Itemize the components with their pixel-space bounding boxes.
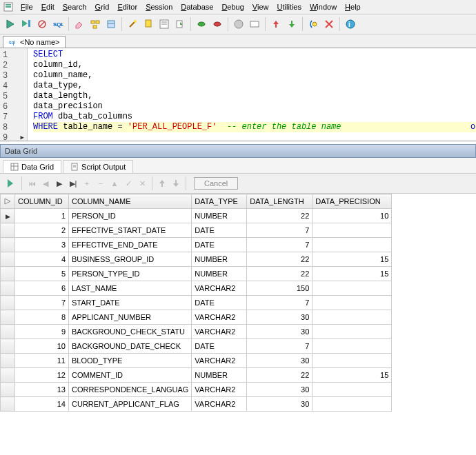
table-row[interactable]: 3EFFECTIVE_END_DATEDATE7 — [1, 238, 392, 252]
table-row[interactable]: 5PERSON_TYPE_IDNUMBER2215 — [1, 267, 392, 281]
code-area[interactable]: SELECTcolumn_id,column_name,data_type,da… — [28, 48, 476, 141]
svg-rect-22 — [250, 21, 259, 27]
svg-text:sql: sql — [9, 40, 15, 46]
tab-script-output[interactable]: Script Output — [63, 160, 133, 173]
table-row[interactable]: 11BLOOD_TYPEVARCHAR230 — [1, 354, 392, 368]
stop-icon[interactable] — [231, 17, 246, 32]
table-row[interactable]: 6LAST_NAMEVARCHAR2150 — [1, 281, 392, 296]
svg-point-13 — [134, 20, 137, 23]
menu-debug[interactable]: Debug — [217, 1, 248, 12]
run-trace-icon[interactable] — [34, 17, 50, 32]
menu-search[interactable]: Search — [59, 1, 91, 12]
svg-point-21 — [235, 20, 243, 28]
svg-point-19 — [198, 22, 205, 26]
menu-help[interactable]: Help — [341, 1, 365, 12]
nav-edit[interactable]: ▲ — [108, 177, 121, 190]
separator — [265, 17, 266, 31]
tune-icon[interactable] — [306, 17, 321, 32]
object-icon[interactable] — [103, 17, 119, 32]
menu-editor[interactable]: Editor — [113, 1, 141, 12]
bookmark-icon[interactable] — [141, 17, 156, 32]
nav-prev[interactable]: ◀ — [39, 177, 52, 190]
save-icon[interactable] — [284, 17, 299, 32]
grid-icon — [10, 163, 19, 171]
load-icon[interactable] — [268, 17, 284, 32]
separator — [302, 17, 303, 31]
grid-toolbar: ⏮ ◀ ▶ ▶| + − ▲ ✓ ✕ Cancel — [0, 174, 476, 194]
export-down-icon[interactable] — [170, 177, 182, 190]
describe-icon[interactable] — [157, 17, 172, 32]
table-row[interactable]: 4BUSINESS_GROUP_IDNUMBER2215 — [1, 252, 392, 267]
cancel-button[interactable]: Cancel — [194, 177, 238, 190]
sql-recall-icon[interactable]: SQL — [50, 17, 66, 32]
corner-cell[interactable] — [1, 194, 15, 209]
menu-utilities[interactable]: Utilities — [272, 1, 305, 12]
nav-post[interactable]: ✓ — [122, 177, 135, 190]
nav-cancel[interactable]: ✕ — [136, 177, 148, 190]
svg-rect-8 — [96, 21, 99, 23]
show-icon[interactable] — [247, 17, 262, 32]
export-icon[interactable] — [172, 17, 188, 32]
svg-rect-14 — [146, 20, 151, 27]
svg-rect-3 — [28, 20, 30, 27]
table-row[interactable]: 10BACKGROUND_DATE_CHECKDATE7 — [1, 339, 392, 354]
col-header-column_id[interactable]: COLUMN_ID — [15, 194, 69, 209]
table-row[interactable]: 14CURRENT_APPLICANT_FLAGVARCHAR230 — [1, 397, 392, 412]
col-header-data_type[interactable]: DATA_TYPE — [192, 194, 247, 209]
tab-data-grid-label: Data Grid — [21, 163, 54, 171]
col-header-column_name[interactable]: COLUMN_NAME — [69, 194, 192, 209]
sql-editor: 123456789▶ SELECTcolumn_id,column_name,d… — [0, 48, 476, 141]
editor-tab[interactable]: sql <No name> — [3, 36, 66, 48]
menu-file[interactable]: File — [17, 1, 37, 12]
table-row[interactable]: 12COMMENT_IDNUMBER2215 — [1, 368, 392, 383]
svg-rect-10 — [108, 21, 115, 28]
separator — [152, 176, 152, 190]
nav-delete[interactable]: − — [95, 177, 107, 190]
table-row[interactable]: ▶1PERSON_IDNUMBER2210 — [1, 209, 392, 223]
wand-icon[interactable] — [125, 17, 140, 32]
separator — [190, 17, 191, 31]
table-row[interactable]: 7START_DATEDATE7 — [1, 296, 392, 310]
export-up-icon[interactable] — [156, 177, 168, 190]
nav-next[interactable]: ▶ — [53, 177, 66, 190]
menu-view[interactable]: View — [248, 1, 273, 12]
table-row[interactable]: 13CORRESPONDENCE_LANGUAGVARCHAR230 — [1, 383, 392, 397]
menu-edit[interactable]: Edit — [37, 1, 59, 12]
table-row[interactable]: 2EFFECTIVE_START_DATEDATE7 — [1, 223, 392, 238]
line-gutter: 123456789▶ — [0, 48, 28, 141]
table-row[interactable]: 8APPLICANT_NUMBERVARCHAR230 — [1, 310, 392, 325]
rollback-icon[interactable] — [210, 17, 225, 32]
execute-script-icon[interactable] — [19, 17, 34, 32]
result-grid[interactable]: COLUMN_IDCOLUMN_NAMEDATA_TYPEDATA_LENGTH… — [0, 194, 476, 455]
svg-point-23 — [313, 22, 317, 26]
menu-window[interactable]: Window — [306, 1, 341, 12]
nav-add[interactable]: + — [81, 177, 93, 190]
col-header-data_length[interactable]: DATA_LENGTH — [247, 194, 313, 209]
col-header-data_precision[interactable]: DATA_PRECISION — [313, 194, 392, 209]
schema-icon[interactable] — [88, 17, 103, 32]
nav-last[interactable]: ▶| — [67, 177, 79, 190]
separator — [21, 176, 22, 190]
script-icon — [70, 163, 79, 171]
execute-icon[interactable] — [3, 17, 18, 32]
commit-icon[interactable] — [194, 17, 209, 32]
help-icon[interactable]: i — [343, 17, 358, 32]
menu-grid[interactable]: Grid — [91, 1, 114, 12]
table-row[interactable]: 9BACKGROUND_CHECK_STATUVARCHAR230 — [1, 325, 392, 339]
nav-first[interactable]: ⏮ — [26, 177, 38, 190]
menu-session[interactable]: Session — [141, 1, 177, 12]
svg-text:i: i — [348, 21, 350, 28]
svg-text:SQL: SQL — [53, 21, 63, 28]
clear-icon[interactable] — [321, 17, 337, 32]
result-tabs: Data Grid Script Output — [0, 158, 476, 174]
tab-data-grid[interactable]: Data Grid — [3, 160, 61, 173]
svg-point-26 — [346, 20, 355, 28]
svg-rect-7 — [91, 21, 95, 23]
svg-rect-2 — [6, 6, 11, 8]
separator — [68, 17, 69, 31]
erase-icon[interactable] — [72, 17, 87, 32]
separator — [339, 17, 340, 31]
menu-database[interactable]: Database — [177, 1, 217, 12]
refresh-icon[interactable] — [3, 176, 18, 191]
data-grid-panel-title: Data Grid — [0, 144, 476, 158]
